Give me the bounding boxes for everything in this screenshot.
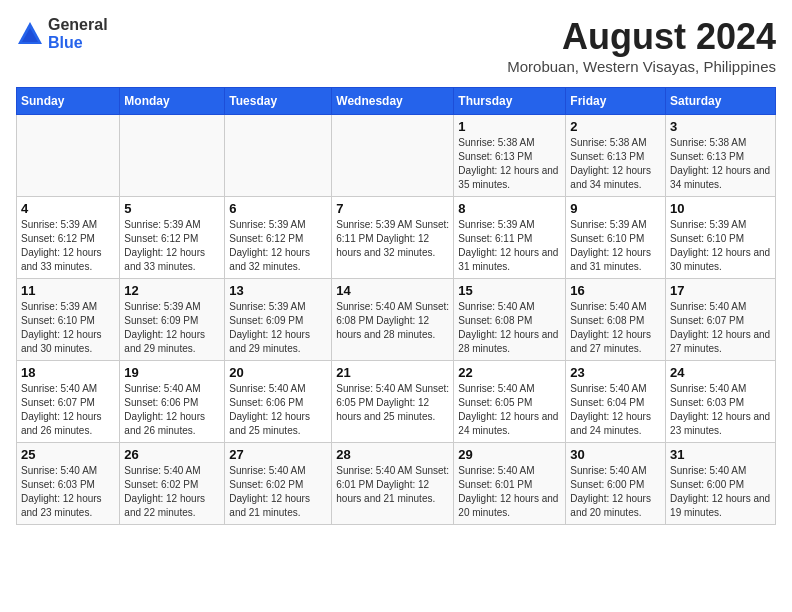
day-number: 21 [336, 365, 449, 380]
weekday-header: Tuesday [225, 88, 332, 115]
day-number: 13 [229, 283, 327, 298]
day-info: Sunrise: 5:39 AM Sunset: 6:12 PM Dayligh… [21, 218, 115, 274]
day-number: 30 [570, 447, 661, 462]
calendar-week-row: 1Sunrise: 5:38 AM Sunset: 6:13 PM Daylig… [17, 115, 776, 197]
calendar-day-cell: 14Sunrise: 5:40 AM Sunset: 6:08 PM Dayli… [332, 279, 454, 361]
calendar-week-row: 11Sunrise: 5:39 AM Sunset: 6:10 PM Dayli… [17, 279, 776, 361]
day-info: Sunrise: 5:38 AM Sunset: 6:13 PM Dayligh… [570, 136, 661, 192]
day-info: Sunrise: 5:39 AM Sunset: 6:11 PM Dayligh… [336, 218, 449, 260]
day-number: 9 [570, 201, 661, 216]
calendar-day-cell: 29Sunrise: 5:40 AM Sunset: 6:01 PM Dayli… [454, 443, 566, 525]
day-info: Sunrise: 5:40 AM Sunset: 6:06 PM Dayligh… [124, 382, 220, 438]
day-info: Sunrise: 5:40 AM Sunset: 6:00 PM Dayligh… [670, 464, 771, 520]
day-number: 4 [21, 201, 115, 216]
day-number: 23 [570, 365, 661, 380]
calendar-day-cell [225, 115, 332, 197]
day-number: 26 [124, 447, 220, 462]
calendar-day-cell: 16Sunrise: 5:40 AM Sunset: 6:08 PM Dayli… [566, 279, 666, 361]
title-section: August 2024 Morobuan, Western Visayas, P… [507, 16, 776, 75]
calendar-day-cell: 24Sunrise: 5:40 AM Sunset: 6:03 PM Dayli… [666, 361, 776, 443]
weekday-header: Friday [566, 88, 666, 115]
day-number: 28 [336, 447, 449, 462]
calendar-table: SundayMondayTuesdayWednesdayThursdayFrid… [16, 87, 776, 525]
calendar-day-cell: 25Sunrise: 5:40 AM Sunset: 6:03 PM Dayli… [17, 443, 120, 525]
day-info: Sunrise: 5:39 AM Sunset: 6:09 PM Dayligh… [229, 300, 327, 356]
logo-blue: Blue [48, 34, 83, 51]
calendar-day-cell: 15Sunrise: 5:40 AM Sunset: 6:08 PM Dayli… [454, 279, 566, 361]
calendar-day-cell: 18Sunrise: 5:40 AM Sunset: 6:07 PM Dayli… [17, 361, 120, 443]
calendar-day-cell: 4Sunrise: 5:39 AM Sunset: 6:12 PM Daylig… [17, 197, 120, 279]
day-info: Sunrise: 5:40 AM Sunset: 6:01 PM Dayligh… [458, 464, 561, 520]
day-info: Sunrise: 5:40 AM Sunset: 6:04 PM Dayligh… [570, 382, 661, 438]
day-info: Sunrise: 5:40 AM Sunset: 6:07 PM Dayligh… [670, 300, 771, 356]
calendar-day-cell [120, 115, 225, 197]
day-info: Sunrise: 5:40 AM Sunset: 6:00 PM Dayligh… [570, 464, 661, 520]
weekday-header: Thursday [454, 88, 566, 115]
day-number: 6 [229, 201, 327, 216]
day-info: Sunrise: 5:40 AM Sunset: 6:02 PM Dayligh… [124, 464, 220, 520]
day-number: 12 [124, 283, 220, 298]
calendar-day-cell: 1Sunrise: 5:38 AM Sunset: 6:13 PM Daylig… [454, 115, 566, 197]
calendar-day-cell: 8Sunrise: 5:39 AM Sunset: 6:11 PM Daylig… [454, 197, 566, 279]
subtitle: Morobuan, Western Visayas, Philippines [507, 58, 776, 75]
day-number: 29 [458, 447, 561, 462]
calendar-day-cell: 19Sunrise: 5:40 AM Sunset: 6:06 PM Dayli… [120, 361, 225, 443]
day-number: 14 [336, 283, 449, 298]
logo-general: General [48, 16, 108, 33]
main-title: August 2024 [507, 16, 776, 58]
day-info: Sunrise: 5:40 AM Sunset: 6:02 PM Dayligh… [229, 464, 327, 520]
day-info: Sunrise: 5:38 AM Sunset: 6:13 PM Dayligh… [458, 136, 561, 192]
calendar-day-cell: 26Sunrise: 5:40 AM Sunset: 6:02 PM Dayli… [120, 443, 225, 525]
day-info: Sunrise: 5:39 AM Sunset: 6:10 PM Dayligh… [21, 300, 115, 356]
calendar-week-row: 18Sunrise: 5:40 AM Sunset: 6:07 PM Dayli… [17, 361, 776, 443]
calendar-week-row: 4Sunrise: 5:39 AM Sunset: 6:12 PM Daylig… [17, 197, 776, 279]
day-info: Sunrise: 5:40 AM Sunset: 6:05 PM Dayligh… [458, 382, 561, 438]
day-info: Sunrise: 5:39 AM Sunset: 6:10 PM Dayligh… [670, 218, 771, 274]
calendar-day-cell: 22Sunrise: 5:40 AM Sunset: 6:05 PM Dayli… [454, 361, 566, 443]
header: General Blue August 2024 Morobuan, Weste… [16, 16, 776, 75]
calendar-day-cell: 20Sunrise: 5:40 AM Sunset: 6:06 PM Dayli… [225, 361, 332, 443]
day-number: 24 [670, 365, 771, 380]
calendar-day-cell: 9Sunrise: 5:39 AM Sunset: 6:10 PM Daylig… [566, 197, 666, 279]
day-info: Sunrise: 5:40 AM Sunset: 6:08 PM Dayligh… [570, 300, 661, 356]
day-number: 31 [670, 447, 771, 462]
day-number: 7 [336, 201, 449, 216]
weekday-header: Wednesday [332, 88, 454, 115]
day-number: 22 [458, 365, 561, 380]
calendar-week-row: 25Sunrise: 5:40 AM Sunset: 6:03 PM Dayli… [17, 443, 776, 525]
weekday-header: Saturday [666, 88, 776, 115]
day-number: 1 [458, 119, 561, 134]
calendar-day-cell: 31Sunrise: 5:40 AM Sunset: 6:00 PM Dayli… [666, 443, 776, 525]
calendar-day-cell: 3Sunrise: 5:38 AM Sunset: 6:13 PM Daylig… [666, 115, 776, 197]
day-number: 2 [570, 119, 661, 134]
day-number: 27 [229, 447, 327, 462]
day-info: Sunrise: 5:39 AM Sunset: 6:11 PM Dayligh… [458, 218, 561, 274]
calendar-day-cell: 6Sunrise: 5:39 AM Sunset: 6:12 PM Daylig… [225, 197, 332, 279]
calendar-day-cell: 12Sunrise: 5:39 AM Sunset: 6:09 PM Dayli… [120, 279, 225, 361]
logo-icon [16, 20, 44, 48]
day-info: Sunrise: 5:40 AM Sunset: 6:03 PM Dayligh… [21, 464, 115, 520]
day-number: 25 [21, 447, 115, 462]
day-info: Sunrise: 5:40 AM Sunset: 6:06 PM Dayligh… [229, 382, 327, 438]
day-info: Sunrise: 5:39 AM Sunset: 6:09 PM Dayligh… [124, 300, 220, 356]
day-info: Sunrise: 5:39 AM Sunset: 6:10 PM Dayligh… [570, 218, 661, 274]
day-number: 20 [229, 365, 327, 380]
day-info: Sunrise: 5:40 AM Sunset: 6:08 PM Dayligh… [336, 300, 449, 342]
day-number: 16 [570, 283, 661, 298]
day-info: Sunrise: 5:40 AM Sunset: 6:08 PM Dayligh… [458, 300, 561, 356]
day-info: Sunrise: 5:39 AM Sunset: 6:12 PM Dayligh… [124, 218, 220, 274]
calendar-day-cell: 21Sunrise: 5:40 AM Sunset: 6:05 PM Dayli… [332, 361, 454, 443]
calendar-day-cell: 30Sunrise: 5:40 AM Sunset: 6:00 PM Dayli… [566, 443, 666, 525]
day-number: 10 [670, 201, 771, 216]
day-number: 11 [21, 283, 115, 298]
calendar-day-cell: 11Sunrise: 5:39 AM Sunset: 6:10 PM Dayli… [17, 279, 120, 361]
day-info: Sunrise: 5:40 AM Sunset: 6:01 PM Dayligh… [336, 464, 449, 506]
calendar-day-cell: 5Sunrise: 5:39 AM Sunset: 6:12 PM Daylig… [120, 197, 225, 279]
calendar-day-cell: 23Sunrise: 5:40 AM Sunset: 6:04 PM Dayli… [566, 361, 666, 443]
calendar-day-cell [332, 115, 454, 197]
weekday-header: Sunday [17, 88, 120, 115]
day-info: Sunrise: 5:39 AM Sunset: 6:12 PM Dayligh… [229, 218, 327, 274]
day-number: 17 [670, 283, 771, 298]
day-number: 5 [124, 201, 220, 216]
day-number: 8 [458, 201, 561, 216]
